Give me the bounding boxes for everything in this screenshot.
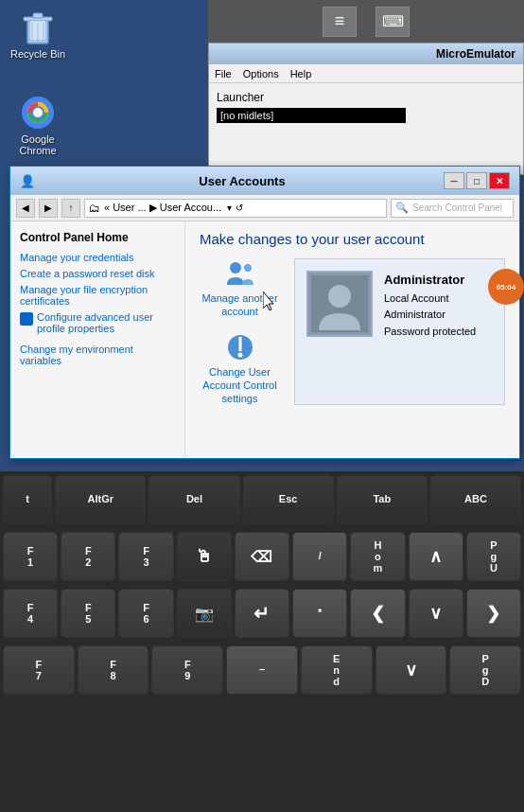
advanced-profile-link[interactable]: Configure advanced user profile properti…	[37, 311, 175, 334]
key-mouse[interactable]: 🖱	[177, 532, 232, 581]
key-up[interactable]: ∧	[409, 532, 463, 581]
advanced-profile-icon	[20, 312, 33, 326]
svg-point-16	[328, 285, 351, 308]
key-f3[interactable]: F3	[118, 532, 173, 581]
key-altgr[interactable]: AltGr	[55, 475, 146, 524]
key-abc[interactable]: ABC	[430, 475, 521, 524]
user-details: Administrator Local Account Administrato…	[384, 271, 476, 341]
emulator-menu-file[interactable]: File	[215, 68, 232, 79]
emulator-menu-options[interactable]: Options	[243, 68, 279, 79]
keyboard: t AltGr Del Esc Tab ABC F1 F2 F3 🖱 ⌫ / H…	[0, 471, 524, 812]
manage-credentials-link[interactable]: Manage your credentials	[20, 252, 175, 263]
key-f7[interactable]: F7	[3, 645, 75, 695]
key-f9[interactable]: F9	[151, 645, 223, 695]
key-asterisk[interactable]: *	[292, 589, 347, 638]
hamburger-button[interactable]: ≡	[323, 7, 357, 37]
keyboard-row-4: F7 F8 F9 – End ∨ PgD	[0, 642, 524, 698]
account-actions: Manage another account	[200, 258, 280, 405]
control-panel-home-link[interactable]: Control Panel Home	[20, 231, 175, 244]
key-slash[interactable]: /	[292, 532, 347, 581]
user-detail-3: Password protected	[384, 324, 476, 341]
back-button[interactable]: ◀	[16, 199, 35, 218]
keyboard-row-3: F4 F5 F6 📷 ↵ * ❮ ∨ ❯	[0, 585, 524, 642]
key-right[interactable]: ❯	[466, 589, 521, 638]
recycle-bin-icon[interactable]: Recycle Bin	[5, 5, 71, 63]
key-f6[interactable]: F6	[118, 589, 173, 638]
emulator-top-bar: ≡ ⌨	[208, 0, 524, 43]
forward-button[interactable]: ▶	[39, 199, 58, 218]
key-backspace[interactable]: ⌫	[235, 532, 289, 581]
emulator-titlebar: MicroEmulator	[209, 44, 523, 64]
svg-point-10	[33, 108, 43, 117]
search-icon: 🔍	[395, 202, 409, 214]
desktop: Recycle Bin Google Chrome ≡ ⌨	[0, 0, 524, 473]
manage-another-account-button[interactable]: Manage another account	[200, 258, 280, 319]
key-screenshot[interactable]: 📷	[177, 589, 232, 638]
chrome-icon[interactable]: Google Chrome	[5, 90, 71, 160]
key-t[interactable]: t	[3, 475, 52, 524]
svg-rect-6	[30, 21, 45, 40]
window-icon: 👤	[20, 174, 35, 188]
search-placeholder: Search Control Panel	[412, 203, 502, 213]
close-button[interactable]: ✕	[489, 172, 510, 189]
address-bar: ◀ ▶ ↑ 🗂 « User ... ▶ User Accou... ▾ ↺ 🔍…	[10, 195, 519, 221]
manage-another-account-icon	[225, 258, 255, 289]
key-f1[interactable]: F1	[3, 532, 58, 581]
svg-rect-2	[33, 13, 43, 18]
minimize-button[interactable]: ─	[444, 172, 464, 189]
key-f8[interactable]: F8	[78, 645, 149, 695]
user-accounts-window: 👤 User Accounts ─ □ ✕ ◀ ▶ ↑ 🗂 « User ...…	[9, 166, 520, 459]
key-pgup[interactable]: PgU	[466, 532, 521, 581]
user-detail-1: Local Account	[384, 291, 476, 308]
emulator-menubar: File Options Help	[209, 64, 523, 83]
key-down[interactable]: ∨	[409, 589, 463, 638]
key-end[interactable]: End	[301, 645, 373, 695]
address-path: « User ... ▶ User Accou...	[104, 202, 221, 214]
key-f5[interactable]: F5	[61, 589, 115, 638]
emulator-menu-help[interactable]: Help	[290, 68, 312, 79]
recycle-bin-image	[19, 9, 57, 46]
dropdown-icon[interactable]: ▾	[227, 203, 232, 213]
user-avatar	[306, 271, 373, 337]
keyboard-button[interactable]: ⌨	[376, 7, 410, 37]
password-reset-link[interactable]: Create a password reset disk	[20, 268, 175, 279]
emulator-midlets-field: [no midlets]	[217, 108, 406, 123]
advanced-profile-link-container: Configure advanced user profile properti…	[20, 311, 175, 339]
window-body: Control Panel Home Manage your credentia…	[10, 221, 519, 458]
key-esc[interactable]: Esc	[243, 475, 334, 524]
key-del[interactable]: Del	[148, 475, 239, 524]
key-left[interactable]: ❮	[350, 589, 405, 638]
emulator-title: MicroEmulator	[217, 47, 515, 61]
chrome-label: Google Chrome	[9, 133, 67, 156]
account-section: Manage another account	[200, 258, 505, 405]
key-down2[interactable]: ∨	[376, 645, 447, 695]
emulator-launcher-label: Launcher	[217, 91, 515, 104]
window-controls: ─ □ ✕	[444, 172, 510, 189]
key-dash[interactable]: –	[226, 645, 298, 695]
search-field[interactable]: 🔍 Search Control Panel	[391, 199, 514, 218]
user-info-box: Administrator Local Account Administrato…	[294, 258, 505, 405]
key-home[interactable]: Hom	[350, 532, 405, 581]
path-icon: 🗂	[89, 202, 100, 215]
window-title: User Accounts	[41, 174, 444, 188]
key-tab[interactable]: Tab	[337, 475, 428, 524]
time-badge: 05:04	[488, 269, 524, 305]
address-field[interactable]: 🗂 « User ... ▶ User Accou... ▾ ↺	[84, 199, 387, 218]
up-button[interactable]: ↑	[61, 199, 80, 218]
key-f4[interactable]: F4	[3, 589, 58, 638]
refresh-icon[interactable]: ↺	[236, 203, 243, 213]
key-f2[interactable]: F2	[61, 532, 115, 581]
change-uac-settings-button[interactable]: Change User Account Control settings	[200, 332, 280, 406]
main-panel: Make changes to your user account	[185, 221, 519, 458]
maximize-button[interactable]: □	[466, 172, 487, 189]
key-pgdn[interactable]: PgD	[449, 645, 521, 695]
user-name: Administrator	[384, 271, 476, 291]
key-enter[interactable]: ↵	[235, 589, 289, 638]
environment-vars-link[interactable]: Change my environment variables	[20, 344, 175, 366]
user-detail-2: Administrator	[384, 307, 476, 324]
change-uac-settings-label: Change User Account Control settings	[200, 365, 280, 406]
change-uac-settings-icon	[225, 332, 255, 362]
micro-emulator-window: MicroEmulator File Options Help Launcher…	[208, 43, 524, 175]
main-panel-title: Make changes to your user account	[200, 231, 505, 247]
encryption-certs-link[interactable]: Manage your file encryption certificates	[20, 284, 175, 307]
